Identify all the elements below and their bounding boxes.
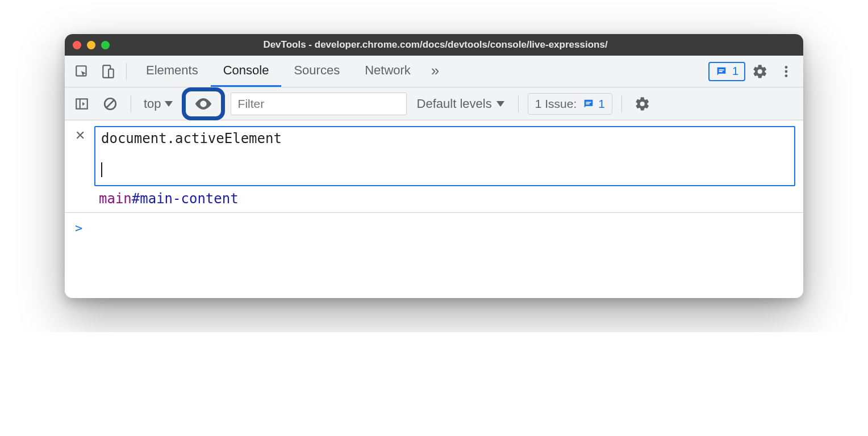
messages-chip[interactable]: 1	[708, 62, 745, 81]
result-id: #main-content	[132, 191, 239, 207]
window-titlebar: DevTools - developer.chrome.com/docs/dev…	[65, 34, 803, 56]
create-live-expression-button[interactable]	[182, 87, 225, 120]
chevron-down-icon	[496, 101, 504, 107]
svg-marker-10	[82, 102, 85, 106]
remove-live-expression-button[interactable]: ✕	[73, 128, 87, 143]
live-expression-result[interactable]: main#main-content	[99, 191, 795, 207]
live-expression-text: document.activeElement	[101, 131, 788, 146]
svg-rect-15	[586, 103, 590, 104]
result-tag: main	[99, 191, 132, 207]
svg-rect-8	[76, 99, 87, 108]
settings-icon[interactable]	[749, 60, 771, 83]
text-cursor	[101, 162, 102, 177]
issues-chip[interactable]: 1 Issue: 1	[528, 93, 612, 115]
tab-elements[interactable]: Elements	[133, 56, 211, 87]
levels-label: Default levels	[417, 97, 492, 111]
devtools-window: DevTools - developer.chrome.com/docs/dev…	[65, 34, 803, 298]
toggle-device-toolbar-icon[interactable]	[97, 60, 119, 83]
message-icon	[582, 98, 595, 110]
svg-point-6	[785, 70, 788, 73]
svg-rect-2	[108, 69, 114, 77]
panel-tabs: Elements Console Sources Network »	[133, 56, 447, 87]
console-toolbar: top Default levels 1 Issue: 1	[65, 87, 803, 120]
clear-console-icon[interactable]	[99, 93, 122, 115]
divider	[518, 95, 519, 112]
svg-rect-4	[719, 71, 722, 72]
filter-input[interactable]	[231, 93, 407, 115]
svg-rect-3	[719, 69, 724, 70]
chevron-down-icon	[165, 101, 173, 107]
live-expression-section: ✕ document.activeElement main#main-conte…	[65, 120, 803, 213]
message-icon	[715, 65, 728, 78]
context-selector[interactable]: top	[140, 97, 176, 111]
divider	[131, 95, 131, 112]
svg-point-7	[785, 74, 788, 77]
svg-rect-0	[76, 66, 86, 76]
window-title: DevTools - developer.chrome.com/docs/dev…	[76, 39, 795, 51]
inspect-element-icon[interactable]	[70, 60, 93, 83]
tab-console[interactable]: Console	[211, 56, 282, 87]
more-menu-icon[interactable]	[775, 60, 798, 83]
tab-network[interactable]: Network	[352, 56, 423, 87]
main-tabbar: Elements Console Sources Network » 1	[65, 56, 803, 87]
tab-sources[interactable]: Sources	[281, 56, 352, 87]
console-settings-icon[interactable]	[631, 93, 654, 115]
log-levels-selector[interactable]: Default levels	[412, 97, 509, 111]
console-body[interactable]: >	[65, 213, 803, 298]
issues-label: 1 Issue:	[535, 97, 577, 111]
eye-icon	[194, 94, 213, 114]
divider	[126, 63, 127, 80]
console-prompt-caret: >	[75, 221, 82, 235]
tabs-overflow-icon[interactable]: »	[423, 56, 447, 87]
divider	[621, 95, 622, 112]
toggle-sidebar-icon[interactable]	[70, 93, 93, 115]
svg-rect-14	[586, 102, 591, 103]
svg-line-12	[107, 100, 114, 107]
context-label: top	[144, 97, 161, 111]
svg-point-13	[202, 102, 205, 106]
issues-count: 1	[598, 97, 605, 111]
live-expression-input[interactable]: document.activeElement	[94, 126, 795, 186]
messages-count: 1	[732, 65, 738, 78]
svg-point-5	[785, 66, 788, 69]
